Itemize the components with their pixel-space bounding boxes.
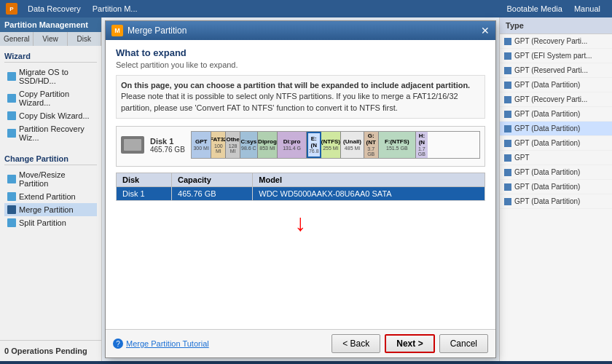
sidebar-item-copy-partition[interactable]: Copy Partition Wizard... <box>4 87 97 109</box>
operations-pending: 0 Operations Pending <box>0 340 101 361</box>
col-model: Model <box>253 173 485 187</box>
partition-1[interactable]: FAT32 100 MI <box>211 132 226 158</box>
tab-view[interactable]: View <box>34 32 67 46</box>
right-panel-item-0: GPT (Recovery Parti... <box>500 34 612 49</box>
down-arrow-icon: ↓ <box>295 211 307 234</box>
app-logo: P <box>6 3 17 15</box>
right-panel-item-8: GPT <box>500 151 612 165</box>
partition-4[interactable]: Diprog 853 MI <box>258 132 278 158</box>
gpt-icon-0 <box>504 38 511 45</box>
cell-capacity: 465.76 GB <box>172 187 253 201</box>
split-icon <box>7 218 16 227</box>
merge-icon <box>7 205 16 214</box>
dialog-icon: M <box>111 25 123 36</box>
gpt-icon-10 <box>504 183 511 191</box>
right-panel-item-3: GPT (Data Partition) <box>500 78 612 92</box>
col-capacity: Capacity <box>172 173 253 187</box>
change-partition-section-title: Change Partition <box>4 151 97 165</box>
copy-disk-icon <box>7 111 16 120</box>
sidebar-item-partition-recovery[interactable]: Partition Recovery Wiz... <box>4 122 97 144</box>
dialog-info: On this page, you can choose a partition… <box>116 75 485 119</box>
extend-icon <box>7 192 16 201</box>
right-panel-item-4: GPT (Recovery Parti... <box>500 92 612 107</box>
partition-2[interactable]: (Othe) 128 MI <box>226 132 240 158</box>
partition-5[interactable]: Di:pro 131.4 G <box>278 132 307 158</box>
partition-8[interactable]: (Unall) 485 MI <box>341 132 364 158</box>
right-panel-item-7: GPT (Data Partition) <box>500 136 612 151</box>
gpt-icon-9 <box>504 169 511 176</box>
copy-partition-icon <box>7 94 16 103</box>
disk-icon <box>121 136 144 154</box>
dialog-footer: ? Merge Partition Tutorial < Back Next >… <box>106 329 495 357</box>
sidebar-item-split[interactable]: Split Partition <box>4 216 97 229</box>
migrate-os-icon <box>7 72 16 81</box>
partition-management-title: Partition Management <box>0 17 101 32</box>
right-panel-header: Type <box>500 17 612 34</box>
right-panel-item-1: GPT (EFI System part... <box>500 49 612 63</box>
right-panel-item-5: GPT (Data Partition) <box>500 107 612 122</box>
help-icon: ? <box>113 339 123 349</box>
menu-data-recovery[interactable]: Data Recovery <box>22 4 87 13</box>
dialog-close-button[interactable]: ✕ <box>481 25 490 36</box>
right-panel-item-2: GPT (Reserved Parti... <box>500 63 612 78</box>
gpt-icon-3 <box>504 82 511 89</box>
gpt-icon-2 <box>504 67 511 74</box>
cancel-button[interactable]: Cancel <box>439 334 488 353</box>
disk-info: Disk 1 465.76 GB <box>150 137 185 154</box>
sidebar-item-move-resize[interactable]: Move/Resize Partition <box>4 168 97 190</box>
back-button[interactable]: < Back <box>332 334 380 353</box>
partition-6[interactable]: E:(N 76.8 <box>307 132 321 158</box>
cell-model: WDC WD5000AAKX-08U6AA0 SATA <box>253 187 485 201</box>
next-button[interactable]: Next > <box>385 334 434 353</box>
partition-10[interactable]: F:(NTFS) 151.5 GB <box>379 132 416 158</box>
tutorial-link[interactable]: ? Merge Partition Tutorial <box>113 339 332 349</box>
menu-partition[interactable]: Partition M... <box>87 4 144 13</box>
table-row[interactable]: Disk 1 465.76 GB WDC WD5000AAKX-08U6AA0 … <box>117 187 485 201</box>
partition-recovery-icon <box>7 129 16 138</box>
gpt-icon-4 <box>504 96 511 103</box>
menu-bootable[interactable]: Bootable Media <box>501 4 568 13</box>
gpt-icon-11 <box>504 198 511 205</box>
right-panel-item-6: GPT (Data Partition) <box>500 122 612 136</box>
partition-11[interactable]: H:(N 1.7 GB <box>416 132 428 158</box>
tab-disk[interactable]: Disk <box>68 32 101 46</box>
tab-general[interactable]: General <box>0 32 34 46</box>
sidebar-item-extend[interactable]: Extend Partition <box>4 190 97 203</box>
gpt-icon-6 <box>504 125 511 132</box>
menu-manual[interactable]: Manual <box>568 4 606 13</box>
disk-table: Disk Capacity Model Disk 1 465.76 GB WDC… <box>116 173 485 201</box>
arrow-area: ↓ <box>116 201 485 237</box>
dialog-section-title: What to expand <box>116 47 485 58</box>
dialog-header: M Merge Partition ✕ <box>106 21 495 40</box>
dialog-title: Merge Partition <box>128 25 476 36</box>
right-panel-item-10: GPT (Data Partition) <box>500 180 612 194</box>
partition-9[interactable]: G:(NT 3.7 GB <box>364 132 379 158</box>
sidebar-item-copy-disk[interactable]: Copy Disk Wizard... <box>4 109 97 122</box>
gpt-icon-1 <box>504 52 511 60</box>
right-panel-item-9: GPT (Data Partition) <box>500 165 612 180</box>
sidebar-item-migrate-os[interactable]: Migrate OS to SSD/HD... <box>4 66 97 87</box>
partition-0[interactable]: GPT 300 MI <box>192 132 212 158</box>
dialog-section-subtitle: Select partition you like to expand. <box>116 60 485 69</box>
col-disk: Disk <box>117 173 172 187</box>
right-panel: Type GPT (Recovery Parti... GPT (EFI Sys… <box>499 17 612 361</box>
gpt-icon-5 <box>504 111 511 118</box>
move-resize-icon <box>7 175 16 183</box>
right-panel-item-11: GPT (Data Partition) <box>500 194 612 209</box>
partition-7[interactable]: (NTFS) 255 MI <box>321 132 342 158</box>
gpt-icon-7 <box>504 140 511 147</box>
partition-3[interactable]: C:sys 98.6 C <box>240 132 258 158</box>
disk-container: Disk 1 465.76 GB GPT 300 MI FAT32 100 <box>116 126 485 167</box>
cell-disk-name: Disk 1 <box>117 187 172 201</box>
gpt-icon-8 <box>504 154 511 162</box>
wizard-section-title: Wizard <box>4 49 97 63</box>
sidebar-item-merge[interactable]: Merge Partition <box>4 203 97 216</box>
disk-partitions-bar: GPT 300 MI FAT32 100 MI (Othe) 128 MI <box>191 131 480 159</box>
